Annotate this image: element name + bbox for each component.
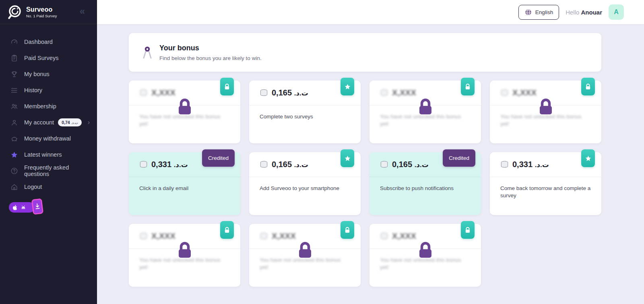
sidebar-item-label: Logout — [24, 184, 42, 190]
card-amount: 0,165 .د.ت — [392, 160, 429, 169]
coins-icon — [260, 89, 268, 97]
page-subtitle: Find below the bonus you are likely to w… — [159, 55, 262, 61]
card-amount-row: 0,165 .د.ت — [260, 88, 308, 97]
currency-dt: .د.ت — [535, 161, 549, 169]
currency-dt: .د.ت — [415, 161, 429, 169]
account-balance-badge: 0,74 .د.ت — [58, 118, 82, 126]
chevron-right-icon[interactable]: › — [88, 119, 90, 126]
locked-lock-icon — [296, 240, 314, 259]
card-amount-row: 0,331 .د.ت — [139, 160, 188, 169]
sidebar-collapse-icon[interactable]: « — [80, 6, 85, 16]
bonus-header-card: Your bonus Find below the bonus you are … — [129, 33, 601, 72]
bonus-card-11[interactable]: Credited X,XXX You have not unlocked thi… — [369, 224, 481, 287]
sidebar-item-logout[interactable]: Logout — [0, 179, 97, 195]
coins-icon — [380, 232, 388, 240]
coins-icon — [139, 89, 148, 97]
logout-icon — [10, 183, 18, 191]
question-icon — [10, 167, 18, 175]
card-amount: X,XXX — [392, 232, 416, 241]
card-description: Add Surveoo to your smartphone — [249, 177, 361, 192]
brand-tagline: No. 1 Paid Survey — [26, 14, 57, 18]
card-amount-row: X,XXX — [139, 88, 175, 97]
card-description: Complete two surveys — [249, 105, 361, 120]
card-amount-row: 0,331 .د.ت — [500, 160, 549, 169]
sidebar-item-label: Paid Surveys — [24, 55, 58, 61]
coins-icon — [380, 161, 388, 169]
trophy-icon — [10, 70, 18, 78]
currency-dt: .د.ت — [174, 161, 188, 169]
card-description: Come back tomorrow and complete a survey — [490, 177, 601, 199]
sidebar-item-my-account[interactable]: My account 0,74 .د.ت › — [0, 114, 97, 130]
coins-icon — [260, 161, 268, 169]
sidebar-item-label: Membership — [24, 103, 56, 110]
bonus-card-7[interactable]: Credited 0,165 .د.ت Subscribe to push no… — [369, 152, 481, 215]
lock-icon — [224, 83, 230, 90]
coins-icon — [500, 89, 509, 97]
avatar[interactable]: A — [609, 4, 624, 20]
user-greeting: Hello Anouar — [566, 9, 602, 16]
sidebar-item-money-withdrawal[interactable]: Money withdrawal — [0, 130, 97, 147]
coins-icon — [500, 161, 509, 169]
sidebar-item-paid-surveys[interactable]: Paid Surveys — [0, 50, 97, 66]
card-status-badge — [220, 78, 234, 95]
card-amount: X,XXX — [512, 88, 537, 97]
card-amount-row: X,XXX — [500, 88, 537, 97]
sidebar-nav: Dashboard Paid Surveys My bonus History … — [0, 24, 97, 195]
sidebar-item-membership[interactable]: Membership — [0, 98, 97, 114]
surveoo-logo-icon — [6, 4, 23, 20]
sidebar-item-latest-winners[interactable]: Latest winners — [0, 147, 97, 163]
brand-header: Surveoo No. 1 Paid Survey « — [0, 0, 97, 24]
sidebar-item-faq[interactable]: Frequently asked questions — [0, 163, 97, 179]
sidebar-item-dashboard[interactable]: Dashboard — [0, 34, 97, 50]
card-description: Click in a daily email — [129, 177, 240, 192]
currency-dt: .د.ت — [294, 89, 308, 97]
sidebar-item-my-bonus[interactable]: My bonus — [0, 66, 97, 82]
locked-lock-icon — [416, 97, 435, 116]
card-amount-row: X,XXX — [380, 88, 416, 97]
lock-icon — [464, 83, 471, 90]
coins-icon — [260, 232, 268, 240]
language-label: English — [535, 9, 553, 15]
star-icon — [10, 151, 18, 159]
sidebar: Surveoo No. 1 Paid Survey « Dashboard Pa… — [0, 0, 97, 304]
lock-icon — [224, 227, 230, 234]
sidebar-item-label: Latest winners — [24, 151, 62, 158]
history-icon — [10, 87, 18, 94]
bonus-card-8[interactable]: Credited 0,331 .د.ت Come back tomorrow a… — [490, 152, 601, 215]
bonus-card-6[interactable]: Credited 0,165 .د.ت Add Surveoo to your … — [249, 152, 361, 215]
lock-icon — [464, 227, 471, 234]
piggy-bank-icon — [10, 135, 18, 143]
username: Anouar — [581, 9, 603, 16]
card-amount: X,XXX — [151, 88, 175, 97]
lock-icon — [585, 83, 591, 90]
card-amount: X,XXX — [151, 232, 175, 241]
card-amount: X,XXX — [392, 88, 416, 97]
card-amount: 0,165 .د.ت — [272, 88, 308, 97]
app-download-badge[interactable] — [9, 199, 43, 215]
card-status-badge — [461, 78, 475, 95]
bonus-card-1[interactable]: Credited X,XXX You have not unlocked thi… — [129, 81, 240, 143]
bonus-card-4[interactable]: Credited X,XXX You have not unlocked thi… — [490, 81, 601, 143]
lock-icon — [344, 227, 351, 234]
star-icon — [344, 83, 351, 90]
sidebar-item-label: My account — [24, 119, 54, 126]
page-title: Your bonus — [159, 44, 262, 52]
card-description: Subscribe to push notifications — [369, 177, 481, 192]
bonus-card-9[interactable]: Credited X,XXX You have not unlocked thi… — [129, 224, 240, 287]
clipboard-icon — [10, 54, 18, 62]
card-status-badge — [581, 78, 595, 95]
bonus-card-10[interactable]: Credited X,XXX You have not unlocked thi… — [249, 224, 361, 287]
dashboard-icon — [10, 38, 18, 46]
bonus-card-2[interactable]: Credited 0,165 .د.ت Complete two surveys — [249, 81, 361, 143]
sidebar-item-history[interactable]: History — [0, 82, 97, 98]
sidebar-item-label: My bonus — [24, 71, 50, 77]
card-amount-row: X,XXX — [380, 232, 416, 241]
locked-lock-icon — [175, 240, 194, 259]
language-selector-button[interactable]: English — [518, 5, 559, 20]
main-content: Your bonus Find below the bonus you are … — [97, 24, 644, 304]
sidebar-item-label: Dashboard — [24, 39, 53, 45]
bonus-card-5[interactable]: Credited 0,331 .د.ت Click in a daily ema… — [129, 152, 240, 215]
bonus-card-3[interactable]: Credited X,XXX You have not unlocked thi… — [369, 81, 481, 143]
locked-lock-icon — [416, 240, 435, 259]
coins-icon — [139, 232, 148, 240]
